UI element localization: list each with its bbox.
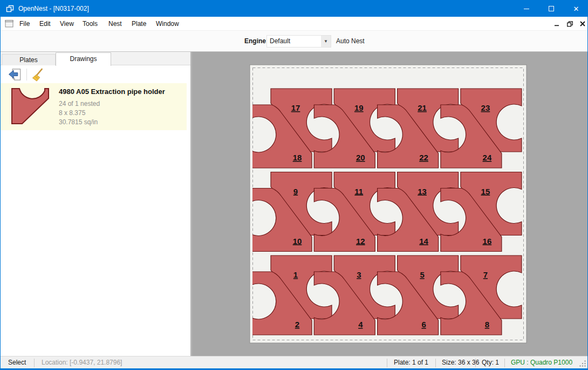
part-number-label: 12 [356,237,365,246]
mdi-close-button[interactable] [578,19,587,28]
tab-drawings[interactable]: Drawings [56,52,111,66]
status-gpu: GPU : Quadro P1000 [511,356,572,369]
menu-plate[interactable]: Plate [132,17,146,31]
status-plate: Plate: 1 of 1 [394,356,428,369]
status-mode: Select [8,356,26,369]
drawing-size: 8 x 8.375 [59,109,85,117]
part-number-label: 19 [354,103,364,112]
part-number-label: 9 [293,187,298,196]
part-number-label: 13 [418,187,427,196]
resize-grip[interactable] [579,360,586,367]
side-panel: Plates Drawings 4980 A05 Extraction pipe… [1,52,190,356]
nest-plate-view: 171819202122232491011121314151612345678 [192,52,588,356]
menu-tools[interactable]: Tools [83,17,98,31]
document-system-icon[interactable] [5,19,14,28]
status-separator [475,359,476,367]
title-bar: OpenNest - [N0317-002] ✕ [1,1,587,17]
drawing-title: 4980 A05 Extraction pipe holder [59,88,165,96]
part-number-label: 7 [483,270,488,279]
part-number-label: 4 [358,320,363,329]
part-thumbnail [11,88,52,125]
part-number-label: 11 [354,187,363,196]
part-number-label: 3 [357,270,361,279]
panel-toolbar-separator [26,69,27,80]
part-number-label: 1 [293,270,298,279]
status-separator [435,359,436,367]
menu-window[interactable]: Window [156,17,179,31]
app-window: OpenNest - [N0317-002] ✕ File Edit View … [0,0,588,370]
mdi-close-icon [580,21,585,26]
tab-plates[interactable]: Plates [2,54,56,65]
nest-canvas[interactable]: 171819202122232491011121314151612345678 [192,52,588,356]
part-number-label: 8 [485,320,489,329]
drawing-list-item[interactable]: 4980 A05 Extraction pipe holder 24 of 1 … [1,83,187,130]
close-button[interactable]: ✕ [564,1,588,17]
mdi-restore-icon [567,21,573,27]
part-number-label: 24 [483,153,492,162]
part-number-label: 21 [418,103,427,112]
menu-nest[interactable]: Nest [108,17,122,31]
chevron-down-icon[interactable]: ▼ [321,36,331,47]
part-number-label: 18 [293,153,302,162]
maximize-icon [549,6,554,11]
part-number-label: 23 [481,103,490,112]
minimize-button[interactable] [514,1,539,17]
engine-selected-value: Default [270,36,290,47]
maximize-button[interactable] [539,1,564,17]
engine-select[interactable]: Default ▼ [266,35,331,48]
part-number-label: 22 [419,153,428,162]
mdi-restore-button[interactable] [565,19,575,28]
minimize-icon [524,9,529,9]
part-number-label: 2 [295,320,299,329]
part-number-label: 14 [419,237,428,246]
part-number-label: 5 [420,270,424,279]
mdi-minimize-button[interactable] [552,19,562,28]
menu-edit[interactable]: Edit [39,17,51,31]
mdi-minimize-icon [555,22,559,26]
menu-bar: File Edit View Tools Nest Plate Window [1,17,587,31]
status-separator [504,359,505,367]
part-number-label: 16 [483,237,492,246]
status-separator [387,359,387,367]
main-toolbar: Engine: Default ▼ Auto Nest [1,31,587,52]
status-location: Location: [-0.9437, 21.8796] [42,356,122,369]
part-number-label: 17 [291,103,300,112]
part-number-label: 15 [481,187,490,196]
part-number-label: 10 [293,237,302,246]
status-separator [34,359,35,367]
menu-view[interactable]: View [60,17,74,31]
status-size: Size: 36 x 36 [442,356,479,369]
clean-broom-button[interactable] [30,68,46,82]
status-qty: Qty: 1 [482,356,499,369]
drawing-nested-count: 24 of 1 nested [59,100,100,107]
window-title: OpenNest - [N0317-002] [18,1,89,17]
drawing-area: 30.7815 sq/in [59,118,98,126]
part-number-label: 6 [421,320,426,329]
menu-file[interactable]: File [19,17,30,31]
app-icon [6,5,14,13]
tab-strip: Plates Drawings [1,52,190,65]
send-back-button[interactable] [7,68,23,82]
engine-label: Engine: [244,31,268,52]
status-bar: Select Location: [-0.9437, 21.8796] Plat… [1,356,587,369]
auto-nest-button[interactable]: Auto Nest [336,31,365,52]
close-icon: ✕ [573,5,579,12]
part-number-label: 20 [356,153,365,162]
